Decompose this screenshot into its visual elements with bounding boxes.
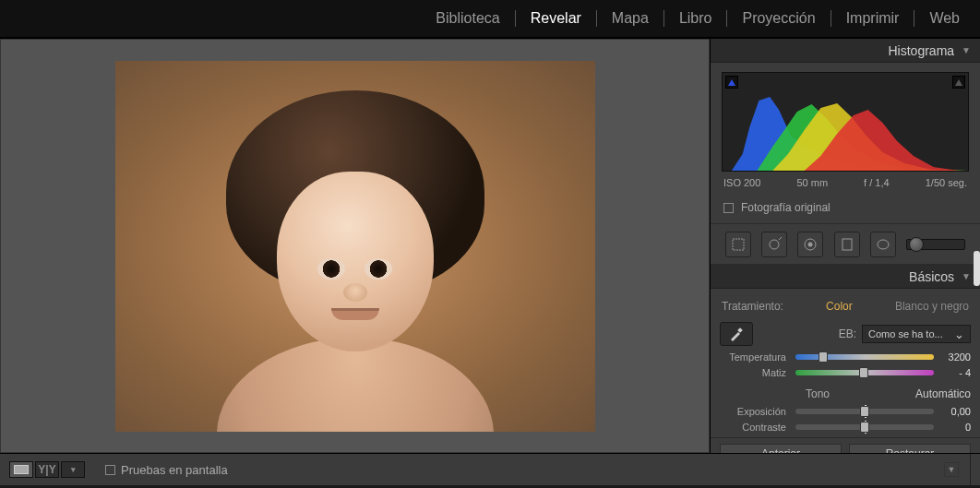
histogram-title: Histograma (889, 43, 955, 58)
spot-removal-tool-icon[interactable] (761, 232, 787, 257)
nav-separator (663, 10, 664, 27)
exposure-value[interactable]: 0,00 (938, 406, 971, 417)
histogram-header[interactable]: Histograma ▼ (711, 39, 980, 63)
tone-header: Tono Automático (720, 387, 971, 400)
histogram-curves (723, 89, 968, 171)
brush-size-slider[interactable] (906, 239, 965, 250)
original-checkbox[interactable] (723, 203, 734, 213)
treatment-row: Tratamiento: Color Blanco y negro (720, 296, 971, 322)
footer-menu-icon[interactable]: ▼ (944, 462, 959, 477)
wb-label: EB: (839, 327, 856, 340)
restore-button[interactable]: Restaurar (849, 444, 971, 453)
svg-rect-0 (733, 239, 744, 250)
collapse-icon: ▼ (962, 271, 971, 281)
tone-label: Tono (720, 387, 915, 400)
radial-filter-tool-icon[interactable] (870, 232, 896, 257)
scrollbar-thumb[interactable] (974, 251, 980, 286)
soft-proofing-label: Pruebas en pantalla (121, 463, 228, 477)
footer-bar: Y|Y ▾ Pruebas en pantalla ▼ (0, 454, 980, 485)
footer-divider (970, 454, 971, 485)
exposure-slider[interactable] (795, 409, 934, 414)
exif-summary: ISO 200 50 mm f / 1,4 1/50 seg. (711, 177, 980, 196)
soft-proofing-row[interactable]: Pruebas en pantalla (105, 463, 228, 477)
exposure-label: Exposición (720, 406, 792, 417)
exif-focal: 50 mm (796, 177, 828, 188)
previous-button[interactable]: Anterior (720, 444, 842, 453)
local-tools-strip (711, 224, 980, 265)
treatment-label: Tratamiento: (722, 300, 783, 313)
nav-proyeccion[interactable]: Proyección (738, 10, 819, 27)
photo-canvas[interactable] (0, 39, 710, 453)
nav-separator (515, 10, 516, 27)
contrast-value[interactable]: 0 (938, 422, 971, 433)
original-label: Fotografía original (741, 201, 831, 214)
tint-value[interactable]: - 4 (938, 367, 971, 378)
histogram-display[interactable] (722, 72, 969, 172)
module-nav: Biblioteca Revelar Mapa Libro Proyección… (0, 0, 980, 39)
prev-restore-row: Anterior Restaurar (711, 437, 980, 453)
nav-libro[interactable]: Libro (675, 10, 716, 27)
graduated-filter-tool-icon[interactable] (834, 232, 860, 257)
contrast-slider-row: Contraste 0 (720, 422, 971, 433)
nav-separator (596, 10, 597, 27)
tint-slider-row: Matiz - 4 (720, 367, 971, 378)
crop-tool-icon[interactable] (725, 232, 751, 257)
white-balance-row: EB: Como se ha to... ⌄ (720, 322, 971, 346)
svg-rect-5 (843, 239, 852, 250)
svg-point-6 (878, 240, 889, 249)
before-after-yy-icon[interactable]: Y|Y (35, 461, 59, 478)
contrast-label: Contraste (720, 422, 792, 433)
exif-aperture: f / 1,4 (864, 177, 890, 188)
svg-rect-7 (737, 327, 743, 333)
nav-revelar[interactable]: Revelar (527, 10, 585, 27)
svg-point-4 (808, 242, 813, 246)
view-mode-group: Y|Y ▾ (9, 461, 85, 478)
treatment-bw[interactable]: Blanco y negro (895, 300, 969, 313)
tint-slider[interactable] (795, 370, 934, 375)
temperature-label: Temperatura (720, 351, 792, 363)
auto-tone-button[interactable]: Automático (915, 387, 971, 400)
nav-mapa[interactable]: Mapa (608, 10, 652, 27)
before-after-dropdown-icon[interactable]: ▾ (61, 461, 85, 478)
exposure-slider-row: Exposición 0,00 (720, 406, 971, 417)
nav-imprimir[interactable]: Imprimir (843, 10, 903, 27)
basics-header[interactable]: Básicos ▼ (711, 265, 980, 289)
temperature-slider-row: Temperatura 3200 (720, 351, 971, 363)
temperature-slider[interactable] (795, 354, 934, 360)
temperature-value[interactable]: 3200 (938, 351, 971, 363)
wb-value: Como se ha to... (868, 328, 943, 339)
nav-separator (914, 10, 914, 27)
preview-photo (115, 61, 595, 432)
original-photo-row[interactable]: Fotografía original (711, 196, 980, 224)
soft-proofing-checkbox[interactable] (105, 465, 115, 475)
collapse-icon: ▼ (962, 45, 971, 55)
treatment-color[interactable]: Color (826, 300, 853, 313)
contrast-slider[interactable] (795, 424, 934, 430)
highlight-clip-warning-icon[interactable] (952, 76, 965, 89)
redeye-tool-icon[interactable] (797, 232, 823, 257)
basics-title: Básicos (909, 269, 954, 284)
eyedropper-tool-icon[interactable] (720, 322, 753, 346)
tint-label: Matiz (720, 367, 792, 378)
svg-line-2 (779, 237, 782, 240)
exif-shutter: 1/50 seg. (926, 177, 967, 188)
develop-sidepanel: Histograma ▼ ISO 200 50 mm f / 1,4 1/50 … (710, 39, 980, 453)
nav-web[interactable]: Web (926, 10, 963, 27)
loupe-view-icon[interactable] (9, 461, 33, 478)
shadow-clip-warning-icon[interactable] (725, 76, 738, 89)
chevron-down-icon: ⌄ (954, 327, 964, 341)
nav-separator (726, 10, 727, 27)
svg-point-1 (770, 240, 779, 249)
nav-separator (831, 10, 831, 27)
nav-biblioteca[interactable]: Biblioteca (432, 10, 503, 27)
wb-dropdown[interactable]: Como se ha to... ⌄ (862, 325, 971, 343)
exif-iso: ISO 200 (723, 177, 760, 188)
